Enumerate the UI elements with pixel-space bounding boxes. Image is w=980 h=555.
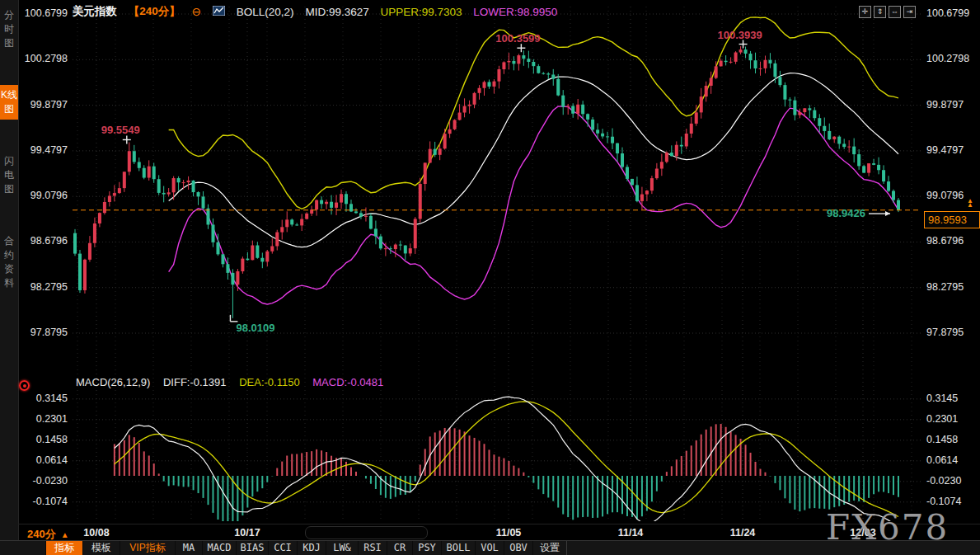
price-up-arrows-icon[interactable]: ▲▲	[966, 199, 974, 207]
macd-tick-right-0: 0.3145	[926, 393, 978, 404]
macd-tick-right-1: 0.2301	[926, 413, 978, 425]
toolbar-item-BOLL[interactable]: BOLL	[441, 541, 476, 555]
toolbar-item-VIP[interactable]: VIP指标	[120, 541, 176, 555]
macd-tick-left-1: 0.2301	[16, 413, 68, 425]
date-label-2: 11/05	[484, 527, 533, 539]
boll-lower-value: LOWER:98.9950	[473, 6, 557, 18]
macd-title[interactable]: MACD(26,12,9)	[76, 376, 150, 388]
toolbar-item-VOL[interactable]: VOL	[475, 541, 504, 555]
window-buttons: ✛⇕⇔⇥	[856, 2, 916, 18]
price-tick-right-3: 99.4797	[926, 144, 978, 156]
price-annotation-3: 98.0109	[236, 322, 274, 334]
collapse-circle-icon[interactable]: ⊖	[192, 5, 202, 18]
toolbar-item-MA[interactable]: MA	[175, 541, 203, 555]
toolbar-item-cn0[interactable]: 指标	[45, 541, 83, 555]
price-annotation-0: 99.5549	[101, 124, 140, 136]
interval-label[interactable]: 240分	[27, 528, 56, 540]
chart-app: 分时图K线图闪电图合约资料 美元指数 【240分】 ⊖ BOLL(20,2) M…	[0, 0, 980, 555]
price-annotation-4: 98.9426	[813, 207, 865, 219]
price-annotation-2: 100.3939	[718, 29, 762, 41]
macd-dea-value: DEA:-0.1150	[239, 376, 299, 388]
target-dot-icon[interactable]	[19, 380, 30, 391]
macd-diff-value: DIFF:-0.1391	[163, 376, 227, 388]
date-label-1: 10/17	[223, 527, 272, 539]
symbol-title: 美元指数	[73, 5, 117, 17]
price-tick-left-4: 99.0796	[16, 190, 68, 201]
macd-tick-left-5: -0.1074	[16, 496, 68, 507]
date-label-0: 10/08	[72, 527, 121, 539]
price-tick-right-5: 98.6796	[926, 235, 978, 247]
macd-tick-right-5: -0.1074	[926, 496, 978, 507]
macd-tick-left-0: 0.3145	[16, 393, 68, 404]
grid	[73, 7, 921, 520]
price-tick-right-6: 98.2795	[926, 281, 978, 293]
fx678-watermark: FX678	[826, 507, 949, 548]
macd-tick-left-4: -0.0230	[16, 475, 68, 487]
chart-header: 美元指数 【240分】 ⊖ BOLL(20,2) MID:99.3627 UPP…	[73, 4, 565, 19]
toolbar-item-cn15[interactable]: 设置	[532, 541, 567, 555]
toolbar-item-cn1[interactable]: 模板	[82, 541, 120, 555]
toolbar-item-KDJ[interactable]: KDJ	[297, 541, 326, 555]
boll-mid-value: MID:99.3627	[305, 6, 368, 18]
x-axis-scale-icon[interactable]: ⇔	[889, 6, 901, 18]
period-tag[interactable]: 【240分】	[129, 5, 181, 17]
chart-plot-area[interactable]	[0, 0, 980, 555]
macd-tick-right-4: -0.0230	[926, 475, 978, 487]
macd-tick-right-2: 0.1458	[926, 434, 978, 445]
price-tick-right-2: 99.8797	[926, 99, 978, 111]
macd-tick-right-3: 0.0614	[926, 454, 978, 466]
interval-arrow-icon: ▲	[61, 530, 69, 539]
toolbar-item-RSI[interactable]: RSI	[358, 541, 387, 555]
price-tick-left-7: 97.8795	[16, 327, 68, 338]
toolbar-item-BIAS[interactable]: BIAS	[236, 541, 269, 555]
date-label-3: 11/14	[606, 527, 655, 539]
toolbar-item-OBV[interactable]: OBV	[504, 541, 533, 555]
date-label-4: 11/24	[718, 527, 767, 539]
toolbar-item-CR[interactable]: CR	[387, 541, 413, 555]
shift-right-icon[interactable]: ⇥	[903, 6, 916, 18]
price-tick-right-1: 100.2798	[926, 53, 978, 64]
macd-header: MACD(26,12,9) DIFF:-0.1391 DEA:-0.1150 M…	[76, 376, 393, 388]
price-tick-left-1: 100.2798	[16, 53, 68, 64]
scrollbar-thumb[interactable]	[305, 526, 428, 539]
price-tick-left-2: 99.8797	[16, 99, 68, 111]
price-tick-left-3: 99.4797	[16, 144, 68, 156]
macd-macd-value: MACD:-0.0481	[312, 376, 383, 388]
toolbar-item-MACD[interactable]: MACD	[202, 541, 237, 555]
pan-crosshair-icon[interactable]: ✛	[859, 6, 871, 18]
boll-upper-value: UPPER:99.7303	[380, 6, 462, 18]
macd-tick-left-3: 0.0614	[16, 454, 68, 466]
y-axis-scale-icon[interactable]: ⇕	[874, 6, 886, 18]
toolbar-item-LW[interactable]: LW&	[326, 541, 359, 555]
price-annotation-1: 100.3599	[495, 32, 540, 45]
current-price-box: 98.9593	[924, 211, 980, 228]
price-tick-left-6: 98.2795	[16, 281, 68, 293]
toolbar-item-PSY[interactable]: PSY	[412, 541, 442, 555]
price-tick-right-0: 100.6799	[926, 7, 978, 19]
price-tick-left-0: 100.6799	[16, 7, 68, 19]
macd-tick-left-2: 0.1458	[16, 434, 68, 445]
macd-panel	[115, 397, 898, 529]
price-tick-left-5: 98.6796	[16, 235, 68, 247]
toolbar-item-CCI[interactable]: CCI	[268, 541, 298, 555]
price-tick-right-7: 97.8795	[926, 327, 978, 338]
indicator-label[interactable]: BOLL(20,2)	[237, 6, 294, 18]
chart-type-icon[interactable]	[213, 6, 225, 18]
